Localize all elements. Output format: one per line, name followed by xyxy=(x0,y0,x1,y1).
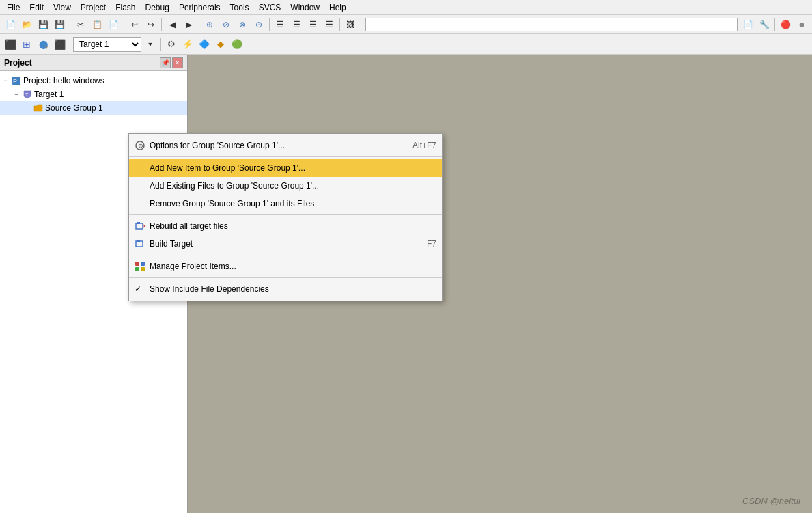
ctx-add-new-label: Add New Item to Group 'Source Group 1'..… xyxy=(150,163,436,173)
panel-close-btn[interactable]: ✕ xyxy=(172,57,183,68)
tb-bkpt1[interactable]: ⊕ xyxy=(202,17,217,32)
tb-bkpt3[interactable]: ⊗ xyxy=(235,17,250,32)
tb2-dropdown[interactable]: ▼ xyxy=(143,37,158,52)
menu-tools[interactable]: Tools xyxy=(226,1,253,14)
sep1 xyxy=(70,18,70,31)
menu-edit[interactable]: Edit xyxy=(25,1,48,14)
svg-rect-15 xyxy=(141,267,145,271)
target-select[interactable]: Target 1 xyxy=(73,37,141,52)
ctx-build-icon xyxy=(133,237,147,251)
tb-outdent2[interactable]: ☰ xyxy=(322,17,337,32)
ctx-add-existing[interactable]: Add Existing Files to Group 'Source Grou… xyxy=(129,177,442,195)
sep5 xyxy=(269,18,270,31)
search-box[interactable] xyxy=(365,18,738,31)
svg-rect-11 xyxy=(137,240,140,242)
tb-search-go[interactable]: 📄 xyxy=(740,17,755,32)
tb-paste[interactable]: 📄 xyxy=(106,17,121,32)
menu-view[interactable]: View xyxy=(49,1,75,14)
tb-new[interactable]: 📄 xyxy=(3,17,18,32)
ctx-sep2 xyxy=(129,214,442,215)
tree-target[interactable]: − T Target 1 xyxy=(0,87,187,101)
svg-rect-7 xyxy=(137,222,140,224)
menubar: File Edit View Project Flash Debug Perip… xyxy=(0,0,812,15)
ctx-options-group[interactable]: ⚙ Options for Group 'Source Group 1'... … xyxy=(129,137,442,154)
svg-text:⚙: ⚙ xyxy=(138,143,143,150)
tb-bkpt4[interactable]: ⊙ xyxy=(251,17,266,32)
tb-save-all[interactable]: 💾 xyxy=(52,17,67,32)
svg-rect-13 xyxy=(141,262,145,266)
tb-settings[interactable]: 🔧 xyxy=(757,17,772,32)
toolbar1: 📄 📂 💾 💾 ✂ 📋 📄 ↩ ↪ ◀ ▶ ⊕ ⊘ ⊗ ⊙ ☰ ☰ ☰ ☰ 🖼 … xyxy=(0,15,812,34)
tb-save[interactable]: 💾 xyxy=(36,17,51,32)
menu-svcs[interactable]: SVCS xyxy=(255,1,285,14)
tb-indent[interactable]: ☰ xyxy=(272,17,288,32)
svg-rect-10 xyxy=(136,241,143,247)
tb-open[interactable]: 📂 xyxy=(19,17,34,32)
tb-outdent[interactable]: ☰ xyxy=(289,17,304,32)
tb-redo[interactable]: ↪ xyxy=(143,17,158,32)
tb-cut[interactable]: ✂ xyxy=(73,17,88,32)
menu-peripherals[interactable]: Peripherals xyxy=(175,1,225,14)
ctx-show-deps[interactable]: ✓ Show Include File Dependencies xyxy=(129,280,442,298)
ctx-add-new[interactable]: Add New Item to Group 'Source Group 1'..… xyxy=(129,159,442,177)
folder-icon xyxy=(33,102,44,113)
sep8 xyxy=(774,18,775,31)
tb2-build4[interactable]: ◆ xyxy=(213,37,228,52)
menu-debug[interactable]: Debug xyxy=(141,1,173,14)
ctx-sep4 xyxy=(129,277,442,278)
ctx-manage[interactable]: Manage Project Items... xyxy=(129,258,442,275)
tb-back[interactable]: ◀ xyxy=(165,17,180,32)
tb2-build1[interactable]: ⚙ xyxy=(164,37,179,52)
ctx-remove-label: Remove Group 'Source Group 1' and its Fi… xyxy=(150,199,436,208)
tb2-icon1[interactable]: ⬛ xyxy=(3,37,18,52)
tree-source-group[interactable]: — Source Group 1 xyxy=(0,101,187,115)
ctx-rebuild[interactable]: Rebuild all target files xyxy=(129,217,442,235)
target-icon: T xyxy=(22,89,33,100)
sep7 xyxy=(361,18,361,31)
tb-special[interactable]: 🔴 xyxy=(778,17,793,32)
tree-project-root[interactable]: − P Project: hello windows xyxy=(0,74,187,87)
ctx-rebuild-icon xyxy=(133,219,147,233)
tb-indent2[interactable]: ☰ xyxy=(305,17,320,32)
project-icon: P xyxy=(11,75,22,86)
ctx-rebuild-label: Rebuild all target files xyxy=(150,221,436,231)
project-tree: − P Project: hello windows − T xyxy=(0,71,187,117)
tb-copy[interactable]: 📋 xyxy=(89,17,104,32)
ctx-build-shortcut: F7 xyxy=(427,239,436,249)
tb-undo[interactable]: ↩ xyxy=(127,17,142,32)
project-panel-title: Project xyxy=(4,58,32,68)
svg-text:P: P xyxy=(13,78,17,85)
ctx-sep1 xyxy=(129,156,442,157)
ctx-build-label: Build Target xyxy=(150,239,423,249)
ctx-check-icon: ✓ xyxy=(135,284,141,294)
toggle-project[interactable]: − xyxy=(0,75,11,86)
tb2-build3[interactable]: 🔷 xyxy=(197,37,212,52)
sep4 xyxy=(199,18,199,31)
toggle-source[interactable]: — xyxy=(22,102,33,113)
menu-project[interactable]: Project xyxy=(76,1,110,14)
svg-line-9 xyxy=(143,226,145,227)
tb-info[interactable]: ● xyxy=(794,17,809,32)
ctx-build[interactable]: Build Target F7 xyxy=(129,235,442,253)
menu-window[interactable]: Window xyxy=(286,1,324,14)
toggle-target[interactable]: − xyxy=(11,89,22,100)
svg-text:T: T xyxy=(25,92,29,97)
tb2-icon3[interactable]: ⬤ ▼ xyxy=(36,37,51,52)
tb2-build2[interactable]: ⚡ xyxy=(180,37,195,52)
tb-find[interactable]: 🖼 xyxy=(343,17,358,32)
ctx-manage-icon xyxy=(133,260,147,273)
tb-bkpt2[interactable]: ⊘ xyxy=(219,17,234,32)
ctx-add-existing-label: Add Existing Files to Group 'Source Grou… xyxy=(150,181,436,191)
menu-flash[interactable]: Flash xyxy=(111,1,139,14)
watermark: CSDN @heitui_ xyxy=(742,496,805,506)
panel-pin-btn[interactable]: 📌 xyxy=(160,57,171,68)
ctx-remove-group[interactable]: Remove Group 'Source Group 1' and its Fi… xyxy=(129,195,442,212)
tb2-icon2[interactable]: ⊞ xyxy=(19,37,34,52)
tb2-icon4[interactable]: ⬛ xyxy=(52,37,67,52)
tb-forward[interactable]: ▶ xyxy=(181,17,196,32)
tb2-build5[interactable]: 🟢 xyxy=(229,37,244,52)
sep2 xyxy=(124,18,124,31)
toolbar2: ⬛ ⊞ ⬤ ▼ ⬛ Target 1 ▼ ⚙ ⚡ 🔷 ◆ 🟢 xyxy=(0,34,812,55)
menu-help[interactable]: Help xyxy=(325,1,350,14)
menu-file[interactable]: File xyxy=(3,1,24,14)
